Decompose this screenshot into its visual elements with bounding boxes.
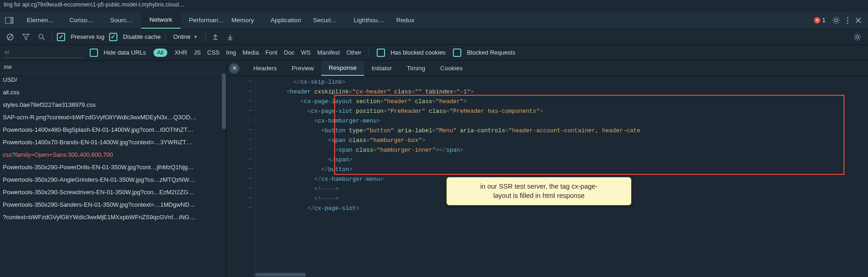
hide-data-urls-checkbox[interactable]: Hide data URLs xyxy=(90,49,146,57)
dock-side-icon[interactable] xyxy=(0,12,18,29)
checkbox-icon xyxy=(377,49,385,57)
devtools-tab-conso[interactable]: Conso… xyxy=(61,12,102,29)
request-row[interactable]: all.css xyxy=(0,86,226,98)
download-icon[interactable] xyxy=(225,33,235,41)
svg-line-17 xyxy=(8,35,12,39)
code-content: </cx-skip-link> <header cxskiplink="cx-h… xyxy=(255,76,868,277)
svg-line-8 xyxy=(838,22,839,23)
request-row[interactable]: USD/ xyxy=(0,74,226,86)
svg-line-28 xyxy=(855,38,856,39)
checkbox-icon xyxy=(90,49,98,57)
request-row[interactable]: SAP-scrn-R.png?context=bWFzdGVyfGltYWdlc… xyxy=(0,111,226,123)
svg-point-2 xyxy=(835,19,837,22)
disable-cache-checkbox[interactable]: Disable cache xyxy=(109,33,161,41)
preserve-log-checkbox[interactable]: Preserve log xyxy=(57,33,104,41)
request-row[interactable]: css?family=Open+Sans:300,400,600,700 xyxy=(0,148,226,161)
error-badge[interactable]: ✕ 1 xyxy=(814,17,825,24)
svg-point-19 xyxy=(39,34,43,38)
svg-line-20 xyxy=(43,38,45,40)
request-row[interactable]: Powertools-350x290-Screwdrivers-EN-01-35… xyxy=(0,186,226,198)
caret-down-icon: ▼ xyxy=(193,34,198,39)
code-line: </span> xyxy=(255,155,868,165)
title-bar: ting for api.cg79x9wuu9-eccommerc1-p5-pu… xyxy=(0,0,868,12)
blocked-requests-checkbox[interactable]: Blocked Requests xyxy=(453,49,515,57)
search-icon[interactable] xyxy=(36,32,47,42)
request-row[interactable]: Powertools-1400x70-Brands-EN-01-1400W.jp… xyxy=(0,136,226,148)
code-line: <header cxskiplink="cx-header" class="" … xyxy=(255,87,868,97)
svg-line-10 xyxy=(838,18,839,18)
filter-type-media[interactable]: Media xyxy=(243,49,259,56)
svg-line-29 xyxy=(859,34,860,35)
code-line: <cx-hamburger-menu> xyxy=(255,117,868,126)
devtools-tab-elemen[interactable]: Elemen… xyxy=(18,12,61,29)
request-row[interactable]: styles.0ae78ef3227ae3138979.css xyxy=(0,98,226,111)
code-line: </button> xyxy=(255,165,868,175)
filter-type-other[interactable]: Other xyxy=(346,49,361,56)
response-body[interactable]: –––––––––––––– </cx-skip-link> <header c… xyxy=(226,76,868,277)
more-icon[interactable] xyxy=(847,17,849,24)
filter-type-img[interactable]: Img xyxy=(226,49,236,56)
settings-icon[interactable] xyxy=(851,32,863,42)
detail-tabbar: ✕ HeadersPreviewResponseInitiatorTimingC… xyxy=(226,61,868,76)
request-row[interactable]: Powertools-350x290-Sanders-EN-01-350W.jp… xyxy=(0,198,226,211)
filter-type-js[interactable]: JS xyxy=(194,49,201,56)
svg-line-7 xyxy=(833,18,834,18)
svg-point-13 xyxy=(847,22,848,24)
close-icon[interactable] xyxy=(855,17,862,24)
record-stop-icon[interactable] xyxy=(5,32,16,42)
filter-type-css[interactable]: CSS xyxy=(207,49,220,56)
upload-icon[interactable] xyxy=(210,33,220,41)
detail-tab-response[interactable]: Response xyxy=(321,61,364,76)
detail-tab-cookies[interactable]: Cookies xyxy=(433,61,470,76)
devtools-tabstrip: Elemen…Conso…Sourc…NetworkPerforman…Memo… xyxy=(0,12,868,29)
devtools-tab-performan[interactable]: Performan… xyxy=(181,12,223,29)
request-list-pane: me USD/all.cssstyles.0ae78ef3227ae313897… xyxy=(0,61,226,277)
error-count: 1 xyxy=(822,17,825,24)
request-row[interactable]: Powertools-350x290-AngleGrinders-EN-01-3… xyxy=(0,173,226,186)
filter-input[interactable] xyxy=(4,48,82,58)
filter-type-manifest[interactable]: Manifest xyxy=(317,49,340,56)
settings-icon[interactable] xyxy=(832,16,840,25)
filter-type-doc[interactable]: Doc xyxy=(284,49,294,56)
svg-rect-1 xyxy=(10,18,13,23)
filter-type-ws[interactable]: WS xyxy=(301,49,311,56)
request-row[interactable]: ?context=bWFzdGVyfGltYWdlc3wxMjE1MXxpbWF… xyxy=(0,211,226,223)
code-line: <cx-page-layout section="header" class="… xyxy=(255,97,868,107)
filter-type-font[interactable]: Font xyxy=(265,49,277,56)
filter-type-xhr[interactable]: XHR xyxy=(175,49,187,56)
checkbox-icon xyxy=(453,49,461,57)
svg-line-9 xyxy=(833,22,834,23)
annotation-note: in our SSR test server, the tag cx-page-… xyxy=(446,177,631,205)
svg-point-11 xyxy=(847,17,848,18)
filter-icon[interactable] xyxy=(20,33,31,41)
throttle-select[interactable]: Online ▼ xyxy=(171,32,201,41)
devtools-tab-sourc[interactable]: Sourc… xyxy=(102,12,141,29)
devtools-tab-lighthou[interactable]: Lighthou… xyxy=(345,12,388,29)
request-row[interactable]: Powertools-350x290-PowerDrills-EN-01-350… xyxy=(0,161,226,173)
request-row[interactable]: Powertools-1400x480-BigSplash-EN-01-1400… xyxy=(0,123,226,136)
filter-all-pill[interactable]: All xyxy=(153,49,167,57)
horizontal-scrollbar[interactable] xyxy=(255,272,868,277)
devtools-tab-network[interactable]: Network xyxy=(141,12,181,29)
request-list[interactable]: USD/all.cssstyles.0ae78ef3227ae3138979.c… xyxy=(0,74,226,277)
detail-tab-timing[interactable]: Timing xyxy=(399,61,433,76)
detail-tab-headers[interactable]: Headers xyxy=(246,61,284,76)
code-line: </cx-page-slot> xyxy=(255,204,868,214)
devtools-tab-redux[interactable]: Redux xyxy=(388,12,422,29)
error-icon: ✕ xyxy=(814,17,820,24)
scrollbar-thumb[interactable] xyxy=(222,74,226,129)
devtools-tab-securi[interactable]: Securi… xyxy=(305,12,346,29)
devtools-tab-memory[interactable]: Memory xyxy=(223,12,263,29)
code-line: <span class="hamburger-inner"></span> xyxy=(255,146,868,155)
detail-tab-preview[interactable]: Preview xyxy=(284,61,321,76)
devtools-tab-application[interactable]: Application xyxy=(263,12,305,29)
has-blocked-cookies-checkbox[interactable]: Has blocked cookies xyxy=(377,49,446,57)
title-text: ting for api.cg79x9wuu9-eccommerc1-p5-pu… xyxy=(4,1,184,8)
network-toolbar: Preserve log Disable cache Online ▼ xyxy=(0,29,868,45)
svg-line-26 xyxy=(855,34,856,35)
code-line: </cx-skip-link> xyxy=(255,78,868,87)
detail-tab-initiator[interactable]: Initiator xyxy=(364,61,399,76)
svg-point-12 xyxy=(847,19,848,21)
column-header-name[interactable]: me xyxy=(0,61,226,74)
close-detail-button[interactable]: ✕ xyxy=(229,63,239,74)
